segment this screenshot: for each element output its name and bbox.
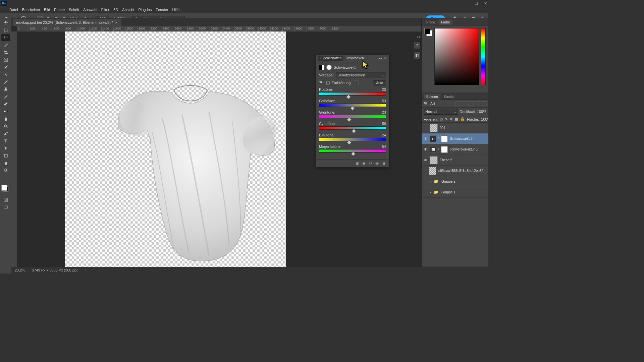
layer-name[interactable]: Tonwertkorrektur 3 (450, 147, 478, 151)
history-panel-icon[interactable]: ↺ (413, 42, 421, 49)
fill-value[interactable]: 100% (481, 117, 488, 121)
slider-value[interactable]: 24 (382, 133, 386, 137)
color-field[interactable] (434, 28, 479, 85)
layer-row[interactable]: 👁Ebene 5 (422, 155, 488, 166)
document-info[interactable]: 3749 Px x 5000 Px (300 ppi) (32, 268, 78, 272)
layer-row[interactable]: 👁◧ ⠿ Schwarzweiß 3 (422, 133, 488, 144)
artboard-tool-icon[interactable] (1, 27, 10, 34)
layer-row[interactable]: ▸ 📁Gruppe 2 (422, 176, 488, 187)
collapse-panels-icon[interactable]: ◂◂ (417, 35, 420, 39)
filter-type-icon[interactable] (468, 101, 474, 106)
slider-value[interactable]: 20 (382, 87, 386, 92)
slider-thumb[interactable] (347, 140, 352, 145)
menu-item[interactable]: Bild (44, 8, 50, 12)
collapse-icon[interactable]: ◂◂ (379, 57, 382, 60)
screen-mode-icon[interactable] (1, 204, 10, 210)
path-select-tool-icon[interactable] (1, 145, 10, 152)
eraser-tool-icon[interactable] (1, 101, 10, 107)
lock-icon[interactable]: 🔒 (460, 117, 465, 121)
color-slider[interactable]: Cyantöne:58 (319, 122, 386, 130)
close-tab-icon[interactable]: × (115, 20, 117, 24)
layer-mask-thumb[interactable] (441, 146, 448, 153)
slider-track[interactable] (319, 115, 386, 118)
target-adjust-icon[interactable]: ☚ (319, 80, 324, 85)
frame-tool-icon[interactable] (1, 56, 10, 63)
layer-row[interactable]: 001 (422, 123, 488, 133)
pen-tool-icon[interactable] (1, 130, 10, 137)
menu-item[interactable]: Schrift (69, 8, 79, 12)
opacity-value[interactable]: 100% (477, 110, 486, 114)
preset-select[interactable]: Benutzerdefiniert⌵ (336, 72, 386, 78)
slider-value[interactable]: 58 (382, 122, 386, 126)
adjustments-panel-icon[interactable]: ◧ (413, 52, 421, 59)
layer-name[interactable]: c9fbcaa1566c81f...5ec12eb39 Kopie (438, 169, 487, 173)
layer-mask-thumb[interactable] (441, 135, 448, 142)
slider-value[interactable]: 54 (382, 144, 386, 148)
tab-properties[interactable]: Eigenschaften (318, 56, 343, 61)
layer-name[interactable]: Ebene 5 (440, 158, 452, 162)
auto-button[interactable]: Auto (373, 80, 386, 85)
shape-tool-icon[interactable] (1, 152, 10, 159)
tab-layers[interactable]: Ebenen (424, 94, 440, 100)
layer-thumb[interactable] (429, 167, 436, 175)
blend-mode-select[interactable]: Normal⌵ (424, 109, 458, 115)
dodge-tool-icon[interactable] (1, 123, 10, 129)
menu-item[interactable]: 3D (113, 8, 118, 12)
tint-color-swatch[interactable] (354, 80, 359, 85)
layer-name[interactable]: 001 (440, 126, 445, 130)
color-slider[interactable]: Grüntöne:23 (319, 110, 386, 118)
menu-item[interactable]: Ansicht (122, 8, 134, 12)
move-tool-icon[interactable] (1, 19, 10, 26)
zoom-tool-icon[interactable] (1, 167, 10, 174)
filter-adjust-icon[interactable] (462, 101, 467, 106)
layer-row[interactable]: c9fbcaa1566c81f...5ec12eb39 Kopie (422, 166, 488, 176)
filter-shape-icon[interactable] (475, 101, 480, 106)
color-slider[interactable]: Blautöne:24 (319, 133, 386, 141)
color-slider[interactable]: Rottöne:20 (319, 87, 386, 96)
layer-thumb[interactable] (430, 156, 438, 164)
tab-paths[interactable]: Pfade (424, 19, 438, 25)
magic-wand-tool-icon[interactable] (1, 42, 10, 48)
slider-thumb[interactable] (346, 95, 351, 99)
menu-item[interactable]: Hilfe (172, 8, 179, 12)
color-slider[interactable]: Magentatöne:54 (319, 144, 386, 153)
slider-track[interactable] (319, 104, 386, 107)
reset-icon[interactable]: ↺ (369, 161, 372, 166)
layer-row[interactable]: ▸ 📁Gruppe 1 (422, 187, 488, 198)
quick-mask-icon[interactable] (1, 196, 10, 203)
layer-name[interactable]: Gruppe 1 (441, 190, 455, 194)
menu-item[interactable]: Plug-ins (138, 8, 152, 12)
clip-icon[interactable]: ▣ (356, 161, 359, 166)
visibility-toggle-icon[interactable]: 👁 (423, 147, 428, 152)
gradient-tool-icon[interactable] (1, 108, 10, 115)
slider-value[interactable]: 53 (382, 99, 386, 103)
group-twirl-icon[interactable]: ▸ (430, 191, 431, 194)
color-swatches[interactable] (3, 186, 8, 192)
zoom-level[interactable]: 23,2% (15, 268, 25, 272)
lock-all-icon[interactable]: ⊞ (440, 117, 443, 121)
menu-item[interactable]: Datei (9, 8, 18, 12)
close-window-button[interactable]: ✕ (484, 1, 487, 6)
history-brush-tool-icon[interactable] (1, 93, 10, 100)
lock-pixels-icon[interactable]: ✎ (445, 117, 448, 121)
view-previous-icon[interactable]: ◉ (362, 161, 366, 166)
filter-pixel-icon[interactable] (455, 101, 461, 106)
layer-name[interactable]: Gruppe 2 (441, 180, 455, 183)
toggle-visibility-icon[interactable]: 👁 (375, 162, 379, 166)
healing-tool-icon[interactable] (1, 71, 10, 78)
layer-row[interactable]: 👁📊 ⠿ Tonwertkorrektur 3 (422, 144, 488, 155)
hand-tool-icon[interactable] (1, 160, 10, 166)
blur-tool-icon[interactable] (1, 115, 10, 122)
search-icon[interactable]: 🔍 (424, 102, 428, 106)
slider-thumb[interactable] (351, 152, 356, 156)
edit-toolbar-icon[interactable]: ⋯ (1, 177, 10, 184)
mask-icon[interactable] (326, 65, 332, 70)
visibility-toggle-icon[interactable]: 👁 (423, 158, 428, 163)
slider-thumb[interactable] (347, 117, 352, 122)
tab-color[interactable]: Farbe (438, 19, 452, 25)
tab-libraries[interactable]: Bibliotheken (343, 56, 366, 61)
visibility-toggle-icon[interactable]: 👁 (423, 136, 428, 141)
layer-name[interactable]: Schwarzweiß 3 (450, 137, 473, 140)
layer-filter-kind[interactable]: Art (430, 102, 435, 106)
slider-track[interactable] (319, 138, 386, 141)
